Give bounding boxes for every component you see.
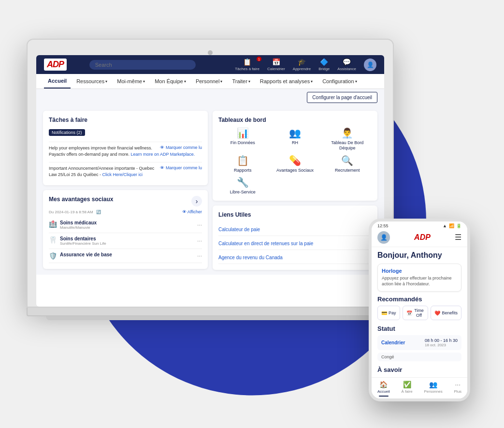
left-column: Tâches à faire Notifications (2) 👁 Marqu… [43, 111, 208, 270]
tableau-fin-donnees[interactable]: 📊 Fin Données [218, 127, 267, 151]
calendar-icon-item[interactable]: 📅 Calendrier [267, 58, 285, 71]
assistance-icon: 💬 [343, 58, 351, 66]
tableau-libre-service[interactable]: 🔧 Libre-Service [218, 177, 267, 195]
phone-nav-plus[interactable]: ··· Plus [454, 381, 462, 397]
nav-accueil[interactable]: Accueil [44, 74, 71, 89]
nav-personnel[interactable]: Personnel ▾ [192, 74, 227, 88]
fin-donnees-icon: 📊 [237, 127, 249, 139]
bord-equipe-icon: 👨‍💼 [341, 127, 353, 139]
chevron-down-icon: ▾ [355, 79, 357, 84]
user-avatar[interactable]: 👤 [364, 59, 376, 71]
nav-traiter[interactable]: Traiter ▾ [228, 74, 254, 88]
lien-calculateur-retenues[interactable]: Calculateur en direct de retenues sur la… [218, 241, 313, 246]
medical-icon: 🏥 [49, 220, 57, 228]
notification-item-1: 👁 Marquer comme lu Help your employees i… [49, 142, 202, 159]
notification-link-1[interactable]: Learn more on ADP Marketplace. [130, 152, 195, 157]
benefit-medical-more[interactable]: ··· [197, 221, 202, 228]
avantages-icon: 💊 [289, 155, 301, 166]
phone-greeting: Bonjour, Anthony [377, 251, 461, 260]
bridge-icon-item[interactable]: 🔷 Bridge [318, 58, 330, 71]
laptop-camera [208, 50, 213, 55]
signal-icon: ▲ [443, 223, 447, 228]
avatar-icon: 👤 [364, 59, 376, 71]
phone-header: 👤 ADP ☰ [372, 229, 467, 247]
laptop: ADP 📋 Tâches à faire 1 📅 Calendrier [27, 39, 394, 320]
list-item: Agence du revenu du Canada [218, 250, 372, 264]
tableau-avantages[interactable]: 💊 Avantages Sociaux [271, 155, 319, 173]
eye-icon: 👁 [160, 165, 164, 170]
list-item: Calculateur en direct de retenues sur la… [218, 236, 372, 250]
benefit-life: 🛡️ Assurance vie de base ··· [49, 249, 202, 263]
benefits-date: Du 2024-01-19 à 8:58 AM 🔄 [49, 210, 101, 214]
horloge-title: Horloge [382, 268, 457, 274]
pay-icon: 💳 [381, 310, 387, 316]
nav-rapports[interactable]: Rapports et analyses ▾ [256, 74, 317, 88]
benefit-medical-text: Soins médicaux Manulife/Manuvie [60, 220, 97, 230]
benefit-dental-sub: Sunlife/Financière Sun Life [60, 241, 106, 246]
lien-calculateur-paie[interactable]: Calculateur de paie [218, 227, 260, 232]
assistance-icon-item[interactable]: 💬 Assistance [337, 58, 356, 71]
pay-label: Pay [389, 310, 396, 315]
phone-nav-a-faire[interactable]: ✅ À faire [402, 381, 413, 397]
tasks-badge: 1 [257, 57, 261, 61]
benefit-medical-info: 🏥 Soins médicaux Manulife/Manuvie [49, 220, 97, 230]
taches-title: Tâches à faire [49, 117, 202, 123]
bridge-icon: 🔷 [320, 58, 328, 66]
tableau-recrutement[interactable]: 🔍 Recrutement [323, 155, 372, 173]
phone-nav-personnes[interactable]: 👥 Personnes [424, 381, 442, 397]
notification-item-2: 👁 Marquer comme lu Important Announcemen… [49, 162, 202, 179]
dental-icon: 🦷 [49, 236, 57, 244]
tableaux-card: Tableaux de bord 📊 Fin Données 👥 RH [213, 111, 377, 201]
statut-hours: 08 h 00 - 16 h 30 [425, 338, 458, 343]
recrutement-icon: 🔍 [341, 155, 353, 166]
libre-service-icon: 🔧 [237, 177, 249, 188]
avantages-header: Mes avantages sociaux › [49, 196, 202, 207]
learn-icon-item[interactable]: 🎓 Apprendre [293, 58, 311, 71]
phone-time: 12:55 [377, 223, 389, 228]
configure-homepage-button[interactable]: Configurer la page d'accueil [307, 92, 377, 103]
statut-hours-block: 08 h 00 - 16 h 30 18 oct. 2023 [425, 338, 458, 347]
tasks-icon-item[interactable]: 📋 Tâches à faire 1 [235, 58, 259, 71]
chevron-down-icon: ▾ [143, 79, 145, 84]
tableau-bord-equipe[interactable]: 👨‍💼 Tableau De Bord Déquipe [323, 127, 372, 151]
avantages-title: Mes avantages sociaux [49, 196, 113, 203]
benefit-medical-name: Soins médicaux [60, 220, 97, 225]
nav-mon-equipe[interactable]: Mon Équipe ▾ [151, 74, 190, 88]
tableau-grid: 📊 Fin Données 👥 RH 👨‍💼 Tableau De Bord D… [218, 127, 372, 195]
mark-read-button-1[interactable]: 👁 Marquer comme lu [160, 145, 202, 150]
refresh-icon[interactable]: 🔄 [96, 210, 101, 214]
people-icon: 👥 [429, 381, 437, 388]
benefit-life-text: Assurance vie de base [60, 252, 112, 257]
benefit-dental: 🦷 Soins dentaires Sunlife/Financière Sun… [49, 233, 202, 249]
phone-nav-accueil[interactable]: 🏠 Accueil [377, 381, 390, 397]
nav-moi-meme[interactable]: Moi-même ▾ [113, 74, 149, 88]
phone-body: 12:55 ▲ 📶 🔋 👤 ADP ☰ Bonjour, Anthony Hor… [369, 219, 470, 401]
rapports-label: Rapports [234, 168, 252, 173]
statut-title: Statut [377, 325, 461, 332]
phone-menu-icon[interactable]: ☰ [455, 233, 461, 242]
avantages-more-button[interactable]: › [191, 196, 202, 207]
time-off-button[interactable]: 📅 Time Off [403, 306, 429, 320]
benefits-button[interactable]: ❤️ Benefits [431, 306, 461, 320]
benefit-dental-more[interactable]: ··· [197, 237, 202, 244]
tableau-rapports[interactable]: 📋 Rapports [218, 155, 267, 173]
nav-configuration[interactable]: Configuration ▾ [318, 74, 360, 88]
lien-agence-revenu[interactable]: Agence du revenu du Canada [218, 255, 283, 260]
battery-icon: 🔋 [456, 223, 461, 228]
search-input[interactable] [89, 60, 196, 70]
view-link[interactable]: 👁 Afficher [182, 209, 202, 214]
statut-calendrier-row: Calendrier 08 h 00 - 16 h 30 18 oct. 202… [377, 335, 461, 350]
time-off-label: Time Off [414, 308, 425, 318]
bridge-label: Bridge [318, 67, 330, 71]
home-icon: 🏠 [379, 381, 388, 388]
top-nav-icons: 📋 Tâches à faire 1 📅 Calendrier 🎓 Appren… [235, 58, 376, 71]
more-icon: ··· [455, 381, 461, 388]
benefit-life-more[interactable]: ··· [197, 252, 202, 259]
mark-read-button-2[interactable]: 👁 Marquer comme lu [160, 165, 202, 170]
fin-donnees-label: Fin Données [230, 140, 255, 146]
nav-ressources[interactable]: Ressources ▾ [72, 74, 111, 88]
notification-link-2[interactable]: Click Here/Cliquer ici [102, 172, 143, 177]
pay-button[interactable]: 💳 Pay [377, 306, 400, 320]
tableau-rh[interactable]: 👥 RH [271, 127, 319, 151]
horloge-card[interactable]: Horloge Appuyez pour effectuer la procha… [377, 264, 461, 292]
